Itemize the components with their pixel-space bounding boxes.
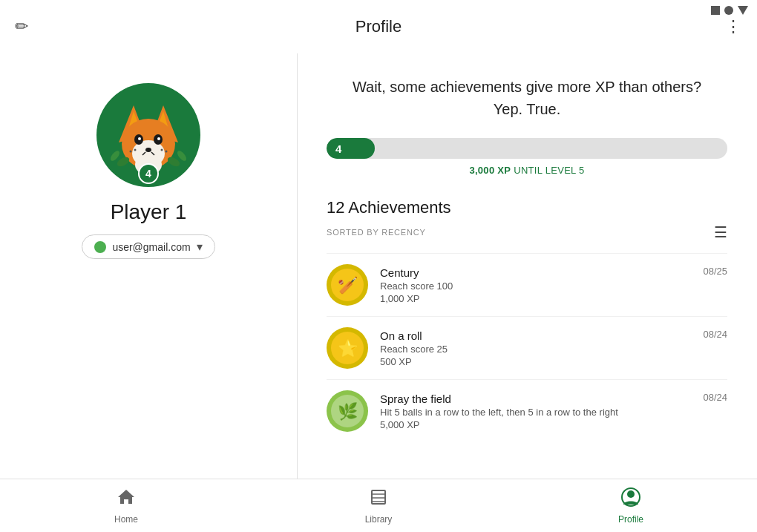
top-bar: ✏ Profile ⋮: [0, 0, 757, 53]
left-panel: 4 Player 1 user@gmail.com ▾: [0, 53, 297, 479]
achievement-spray-desc: Hit 5 balls in a row to the left, then 5…: [380, 407, 691, 418]
achievement-item[interactable]: 🌿 Spray the field Hit 5 balls in a row t…: [327, 379, 727, 442]
avatar-container: 4: [96, 83, 200, 187]
progress-bar-fill: 4: [327, 138, 375, 159]
progress-level-start: 4: [335, 142, 341, 155]
xp-amount: 3,000 XP: [469, 165, 511, 176]
achievement-onaroll-icon: ⭐: [327, 327, 368, 369]
svg-point-9: [138, 137, 141, 140]
achievement-century-info: Century Reach score 100 1,000 XP: [380, 266, 691, 304]
nav-item-profile[interactable]: Profile: [505, 487, 757, 525]
nav-home-label: Home: [114, 514, 138, 525]
edit-icon[interactable]: ✏: [15, 17, 28, 36]
player-name: Player 1: [111, 200, 187, 224]
nav-item-home[interactable]: Home: [0, 487, 252, 525]
page-title: Profile: [355, 17, 402, 36]
achievement-onaroll-info: On a roll Reach score 25 500 XP: [380, 329, 691, 367]
achievement-century-title: Century: [380, 266, 691, 279]
achievement-spray-xp: 5,000 XP: [380, 419, 691, 430]
account-email: user@gmail.com: [112, 241, 190, 253]
account-selector[interactable]: user@gmail.com ▾: [82, 234, 214, 259]
progress-bar: 4 5: [327, 138, 727, 159]
achievement-item[interactable]: 🏏 Century Reach score 100 1,000 XP 08/25: [327, 253, 727, 316]
achievement-onaroll-desc: Reach score 25: [380, 344, 691, 355]
achievement-century-xp: 1,000 XP: [380, 293, 691, 304]
svg-point-17: [166, 151, 168, 153]
achievement-spray-title: Spray the field: [380, 393, 691, 405]
nav-profile-label: Profile: [618, 514, 643, 525]
xp-until-text: 3,000 XP UNTIL LEVEL 5: [327, 165, 727, 176]
nav-library-label: Library: [365, 514, 393, 525]
achievement-onaroll-xp: 500 XP: [380, 356, 691, 367]
svg-point-15: [130, 151, 132, 153]
svg-point-16: [161, 149, 163, 151]
bottom-nav: Home Library Profile: [0, 479, 757, 532]
achievement-onaroll-date: 08/24: [703, 327, 727, 340]
achievement-century-icon: 🏏: [327, 264, 368, 306]
svg-text:🏏: 🏏: [338, 275, 358, 295]
library-icon: [369, 487, 388, 511]
svg-point-11: [145, 148, 151, 152]
achievement-onaroll-title: On a roll: [380, 329, 691, 342]
sort-label: SORTED BY RECENCY: [327, 228, 426, 237]
svg-text:⭐: ⭐: [338, 338, 358, 358]
svg-point-10: [157, 137, 160, 140]
right-panel: Wait, some achievements give more XP tha…: [297, 53, 757, 479]
achievement-spray-date: 08/24: [703, 390, 727, 403]
achievement-century-desc: Reach score 100: [380, 280, 691, 292]
more-icon[interactable]: ⋮: [725, 17, 742, 36]
home-icon: [117, 487, 136, 511]
account-status-dot: [94, 241, 106, 253]
chevron-down-icon: ▾: [197, 240, 203, 254]
sort-icon[interactable]: ☰: [714, 223, 727, 241]
progress-container: 4 5: [327, 138, 727, 159]
svg-point-35: [627, 490, 635, 498]
profile-icon: [621, 487, 640, 511]
nav-item-library[interactable]: Library: [252, 487, 505, 525]
achievements-header: 12 Achievements: [327, 198, 727, 217]
achievement-century-date: 08/25: [703, 264, 727, 277]
svg-point-14: [134, 149, 137, 151]
achievement-item[interactable]: ⭐ On a roll Reach score 25 500 XP 08/24: [327, 316, 727, 379]
svg-text:🌿: 🌿: [338, 401, 358, 421]
level-badge: 4: [138, 163, 159, 184]
achievement-spray-info: Spray the field Hit 5 balls in a row to …: [380, 393, 691, 430]
xp-until-label: UNTIL LEVEL 5: [514, 165, 584, 176]
xp-message: Wait, some achievements give more XP tha…: [327, 76, 727, 120]
sort-row: SORTED BY RECENCY ☰: [327, 223, 727, 241]
achievement-spray-icon: 🌿: [327, 390, 368, 432]
